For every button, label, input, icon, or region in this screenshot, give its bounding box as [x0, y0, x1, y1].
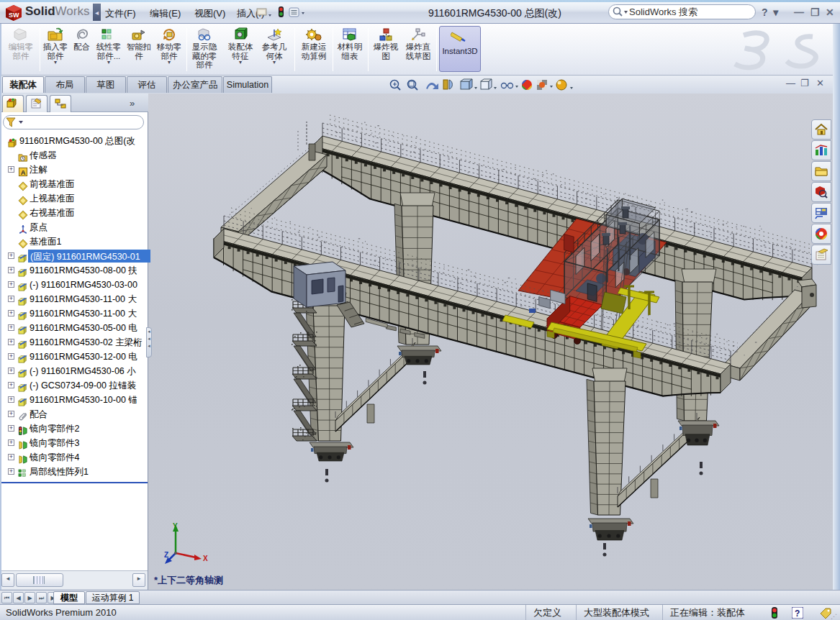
svg-text:A: A	[21, 169, 26, 176]
svg-text:SW: SW	[9, 12, 19, 19]
svg-text:Y: Y	[173, 522, 178, 530]
svg-text:X: X	[203, 555, 208, 562]
svg-text:?: ?	[795, 608, 800, 619]
svg-text:Z: Z	[164, 551, 168, 559]
